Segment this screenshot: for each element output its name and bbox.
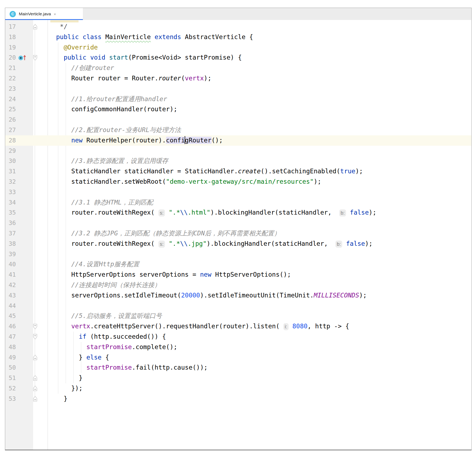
code-line-text[interactable]: Router router = Router.router(vertx);	[40, 73, 471, 84]
fold-toggle-icon[interactable]	[30, 22, 40, 32]
code-line-text[interactable]	[40, 115, 471, 125]
code-line-text[interactable]: new RouterHelper(router).configRouter();	[40, 135, 471, 146]
fold-cell	[30, 218, 40, 228]
code-line: 43 serverOptions.setIdleTimeout(20000).s…	[5, 290, 471, 301]
code-line-text[interactable]: public void start(Promise<Void> startPro…	[40, 52, 471, 63]
code-line-text[interactable]	[40, 301, 471, 311]
code-token: extends	[155, 33, 181, 40]
code-line-text[interactable]: //4.设置Http服务配置	[40, 259, 471, 270]
fold-toggle-icon[interactable]	[30, 383, 40, 394]
code-line-text[interactable]: router.routeWithRegex( s: ".*\\.jpg").bl…	[40, 239, 471, 249]
fold-cell	[30, 259, 40, 270]
code-line-text[interactable]: serverOptions.setIdleTimeout(20000).setI…	[40, 290, 471, 301]
code-token: \\	[180, 240, 188, 247]
fold-toggle-icon[interactable]	[30, 332, 40, 342]
gutter-icon-cell	[16, 321, 30, 332]
code-line-text[interactable]: HttpServerOptions serverOptions = new Ht…	[40, 270, 471, 280]
code-line-text[interactable]: });	[40, 383, 471, 394]
code-token: .complete();	[132, 343, 177, 350]
fold-toggle-icon[interactable]	[30, 52, 40, 63]
line-number: 43	[5, 290, 16, 301]
code-line: 36	[5, 218, 471, 228]
tab-close-icon[interactable]: ×	[54, 12, 56, 16]
fold-cell	[30, 73, 40, 84]
code-line-text[interactable]: //创建router	[40, 63, 471, 73]
code-token: true	[340, 168, 355, 175]
editor[interactable]: 17 */18public class MainVerticle extends…	[5, 20, 471, 450]
parameter-hint: s:	[158, 241, 165, 248]
code-line-text[interactable]: */	[40, 22, 471, 32]
code-line-text[interactable]: startPromise.fail(http.cause());	[40, 363, 471, 373]
line-number: 32	[5, 177, 16, 187]
code-token: create	[238, 168, 261, 175]
code-line: 26	[5, 115, 471, 125]
fold-toggle-icon[interactable]	[30, 321, 40, 332]
code-token: startPromise	[86, 364, 132, 371]
code-line: 39	[5, 249, 471, 259]
line-number: 39	[5, 249, 16, 259]
code-line-text[interactable]	[40, 84, 471, 94]
code-line-text[interactable]	[40, 249, 471, 259]
code-line-text[interactable]: }	[40, 373, 471, 383]
fold-toggle-icon[interactable]	[30, 373, 40, 383]
code-line-text[interactable]: startPromise.complete();	[40, 342, 471, 352]
fold-cell	[30, 290, 40, 301]
code-line-text[interactable]	[40, 187, 471, 197]
code-line-text[interactable]	[40, 146, 471, 156]
code-line-text[interactable]: router.routeWithRegex( s: ".*\\.html").b…	[40, 207, 471, 218]
line-number: 33	[5, 187, 16, 197]
code-line-text[interactable]: //5.启动服务，设置监听端口号	[40, 311, 471, 321]
fold-cell	[30, 166, 40, 177]
fold-toggle-icon[interactable]	[30, 352, 40, 363]
tab-mainverticle-java[interactable]: C MainVerticle.java ×	[5, 8, 83, 20]
text-caret	[185, 136, 185, 144]
code-line-text[interactable]: } else {	[40, 352, 471, 363]
code-line: 52 });	[5, 383, 471, 394]
fold-cell	[30, 104, 40, 115]
code-token: HttpServerOptions serverOptions =	[56, 271, 200, 278]
gutter-icon-cell	[16, 311, 30, 321]
gutter-icon-cell	[16, 270, 30, 280]
code-line-text[interactable]: if (http.succeeded()) {	[40, 332, 471, 342]
code-token: //5.启动服务，设置监听端口号	[56, 312, 162, 319]
code-line-text[interactable]: StaticHandler staticHandler = StaticHand…	[40, 166, 471, 177]
code-line-text[interactable]: //2.配置router-业务URL与处理方法	[40, 125, 471, 135]
code-line-text[interactable]: //3.2 静态JPG，正则匹配（静态资源上到CDN后，则不再需要相关配置）	[40, 228, 471, 239]
code-token: new	[200, 271, 211, 278]
override-method-icon[interactable]	[16, 52, 30, 63]
code-line-text[interactable]	[40, 218, 471, 228]
code-line-text[interactable]: @Override	[40, 42, 471, 53]
code-token: (	[181, 75, 185, 82]
code-line-text[interactable]: //1.给router配置通用handler	[40, 94, 471, 104]
code-token: .createHttpServer().requestHandler(route…	[90, 323, 283, 330]
code-line: 21 //创建router	[5, 63, 471, 73]
code-token: Router router = Router.	[56, 75, 158, 82]
gutter-icon-cell	[16, 94, 30, 104]
gutter-icon-cell	[16, 332, 30, 342]
code-line-text[interactable]: vertx.createHttpServer().requestHandler(…	[40, 321, 471, 332]
code-line-text[interactable]: //连接超时时间（保持长连接）	[40, 280, 471, 290]
code-line-text[interactable]: //3.静态资源配置，设置启用缓存	[40, 156, 471, 166]
fold-cell	[30, 270, 40, 280]
code-line-text[interactable]: //3.1 静态HTML，正则匹配	[40, 197, 471, 208]
line-number: 25	[5, 104, 16, 115]
fold-toggle-icon[interactable]	[30, 394, 40, 404]
code-line-text[interactable]: public class MainVerticle extends Abstra…	[40, 32, 471, 42]
gutter-icon-cell	[16, 42, 30, 53]
line-number: 40	[5, 259, 16, 270]
code-line: 22 Router router = Router.router(vertx);	[5, 73, 471, 84]
line-number: 27	[5, 125, 16, 135]
code-line-text[interactable]: }	[40, 394, 471, 404]
code-token: startPromise	[86, 343, 132, 350]
code-token: staticHandler.setWebRoot(	[56, 178, 166, 185]
code-line: 23	[5, 84, 471, 94]
code-token: start	[109, 54, 128, 61]
code-line-text[interactable]: configCommonHandler(router);	[40, 104, 471, 115]
gutter-icon-cell	[16, 22, 30, 32]
code-token: \\	[180, 209, 188, 216]
code-line-text[interactable]: staticHandler.setWebRoot("demo-vertx-gat…	[40, 177, 471, 187]
code-token: vertx	[185, 75, 204, 82]
line-number: 36	[5, 218, 16, 228]
code-token: ).blockingHandler(staticHandler,	[210, 209, 339, 216]
code-token	[165, 240, 169, 247]
